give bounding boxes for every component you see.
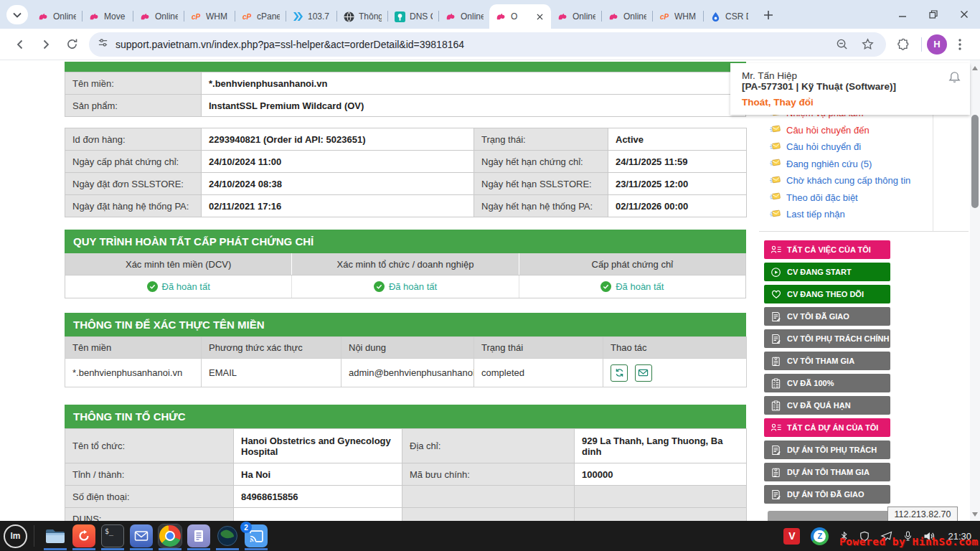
- process-section-title: QUY TRÌNH HOÀN TẤT CẤP PHÁT CHỨNG CHỈ: [65, 230, 746, 253]
- tab-order-detail-active[interactable]: O: [489, 4, 551, 29]
- field-value: Ha Noi: [234, 463, 402, 486]
- taskbar-file-manager[interactable]: [41, 521, 70, 551]
- taskbar-chrome[interactable]: [156, 521, 184, 551]
- menu-item-questions-out[interactable]: Câu hỏi chuyển đi: [770, 138, 932, 156]
- button-cv-toi-da-giao[interactable]: CV TÔI ĐÃ GIAO: [764, 307, 890, 326]
- button-du-an-toi-phu-trach[interactable]: DỰ ÁN TÔI PHỤ TRÁCH: [764, 441, 890, 459]
- tab-online-2[interactable]: Online: [133, 4, 184, 29]
- new-tab-button[interactable]: [758, 5, 778, 25]
- notification-bell-icon[interactable]: [948, 70, 961, 86]
- menu-item-last-received[interactable]: Last tiếp nhận: [770, 206, 932, 223]
- taskbar-cast-app[interactable]: 2: [242, 521, 270, 551]
- logout-link[interactable]: Thoát: [742, 97, 768, 108]
- dcv-table: Tên miền Phương thức xác thực Nội dung T…: [65, 336, 747, 387]
- tray-v-app-icon[interactable]: V: [783, 528, 800, 545]
- tab-search-button[interactable]: [6, 5, 28, 24]
- site-info-icon[interactable]: [98, 37, 108, 51]
- table-row: Ngày cấp phát chứng chỉ: 24/10/2024 11:0…: [65, 151, 747, 173]
- sidebar-divider: [759, 231, 969, 232]
- field-label: Địa chỉ:: [402, 429, 575, 463]
- window-restore-icon[interactable]: [928, 9, 939, 20]
- pavietnam-favicon: [608, 11, 619, 22]
- button-cv-toi-phu-trach-chinh[interactable]: CV TÔI PHỤ TRÁCH CHÍNH: [764, 329, 890, 348]
- button-cv-dang-start[interactable]: CV ĐANG START: [764, 263, 890, 281]
- table-row: Số điện thoại: 84968615856: [65, 486, 747, 508]
- taskbar-backup-app[interactable]: [70, 521, 98, 551]
- taskbar-web-globe[interactable]: [213, 521, 242, 551]
- forward-icon[interactable]: [34, 33, 57, 56]
- sidebar-button-label: DỰ ÁN TÔI THAM GIA: [787, 468, 870, 476]
- order-detail-main: Tên miền: *.benhvienphusanhanoi.vn Sản p…: [65, 62, 746, 521]
- menu-item-waiting-customer[interactable]: Chờ khách cung cấp thông tin: [770, 172, 932, 189]
- tab-online-5[interactable]: Online: [602, 4, 652, 29]
- window-controls: [897, 0, 980, 29]
- tab-thong[interactable]: Thông: [337, 4, 387, 29]
- tab-cpanel[interactable]: cP cPane: [235, 4, 286, 29]
- column-header: Tên miền: [65, 337, 202, 359]
- resend-email-icon[interactable]: [635, 364, 652, 382]
- tab-online-3[interactable]: Online: [439, 4, 489, 29]
- button-du-an-toi-tham-gia[interactable]: DỰ ÁN TÔI THAM GIA: [764, 463, 890, 481]
- button-all-my-projects[interactable]: TẤT CẢ DỰ ÁN CỦA TÔI: [764, 418, 890, 437]
- tab-online-4[interactable]: Online: [551, 4, 601, 29]
- field-label: Ngày hết hạn chứng chỉ:: [474, 151, 608, 173]
- browser-menu-icon[interactable]: [948, 33, 971, 56]
- tab-dns[interactable]: DNS C: [388, 4, 438, 29]
- scroll-up-icon[interactable]: [972, 66, 978, 70]
- tab-103[interactable]: 103.7: [286, 4, 336, 29]
- button-all-my-work[interactable]: TẤT CẢ VIỆC CỦA TÔI: [764, 240, 890, 259]
- extensions-icon[interactable]: [892, 33, 915, 56]
- menu-item-researching[interactable]: Đang nghiên cứu (5): [770, 156, 932, 173]
- chrome-icon: [159, 524, 182, 547]
- button-cv-toi-tham-gia[interactable]: CV TÔI THAM GIA: [764, 352, 890, 370]
- table-row: Id đơn hàng: 2293940821 (Order id API: 5…: [65, 128, 747, 151]
- process-step-header: Cấp phát chứng chỉ: [519, 253, 745, 275]
- reload-icon[interactable]: [60, 33, 83, 56]
- taskbar-mail[interactable]: [127, 521, 156, 551]
- tab-close-icon[interactable]: [534, 11, 545, 22]
- tab-csr[interactable]: CSR D: [704, 4, 754, 29]
- address-bar[interactable]: support.pavietnam.vn/index.php?pa=ssl-he…: [89, 32, 886, 57]
- tab-move[interactable]: Move: [83, 4, 133, 29]
- heart-icon: [770, 288, 782, 301]
- page-scrollbar[interactable]: [970, 60, 980, 521]
- browser-toolbar: support.pavietnam.vn/index.php?pa=ssl-he…: [0, 29, 980, 60]
- scrollbar-thumb[interactable]: [971, 115, 979, 208]
- process-step-header: Xác minh tên miền (DCV): [65, 253, 291, 275]
- taskbar-text-editor[interactable]: [184, 521, 213, 551]
- button-cv-da-qua-han[interactable]: CV ĐÃ QUÁ HẠN: [764, 396, 890, 415]
- cpanel-favicon: cP: [241, 11, 253, 22]
- button-cv-dang-theo-doi[interactable]: CV ĐANG THEO DÕI: [764, 285, 890, 303]
- scroll-down-icon[interactable]: [972, 512, 978, 517]
- tab-whm-2[interactable]: cP WHM: [653, 4, 703, 29]
- tab-whm-1[interactable]: cP WHM: [184, 4, 235, 29]
- field-value: 02/11/2021 17:16: [202, 195, 474, 217]
- empty-cell: [575, 508, 747, 522]
- field-value: 84968615856: [234, 486, 402, 508]
- change-user-link[interactable]: Thay đổi: [773, 97, 814, 108]
- field-value: InstantSSL Premium Wildcard (OV): [202, 95, 746, 117]
- menu-item-label: Câu hỏi chuyển đến: [786, 125, 870, 136]
- window-minimize-icon[interactable]: [897, 9, 908, 20]
- menu-item-special-follow[interactable]: Theo dõi đặc biệt: [770, 189, 932, 207]
- tab-online-1[interactable]: Online: [32, 4, 82, 29]
- profile-avatar[interactable]: H: [927, 34, 947, 55]
- mint-menu-button[interactable]: lm: [4, 524, 27, 548]
- field-value: 02/11/2026 00:00: [608, 195, 747, 217]
- url-text[interactable]: support.pavietnam.vn/index.php?pa=ssl-he…: [116, 39, 829, 50]
- button-du-an-toi-da-giao[interactable]: DỰ ÁN TÔI ĐÃ GIAO: [764, 485, 890, 504]
- pavietnam-favicon: [445, 11, 456, 22]
- menu-item-questions-in[interactable]: Câu hỏi chuyển đến: [770, 122, 932, 139]
- cpanel-favicon: cP: [659, 11, 670, 22]
- taskbar-terminal[interactable]: $_: [98, 521, 127, 551]
- field-label: Sản phẩm:: [65, 95, 202, 117]
- sidebar-button-label: TẤT CẢ VIỆC CỦA TÔI: [787, 245, 871, 254]
- recheck-icon[interactable]: [611, 364, 628, 382]
- bookmark-star-icon[interactable]: [856, 33, 879, 56]
- zoom-out-icon[interactable]: [830, 33, 853, 56]
- button-cv-da-100[interactable]: CV ĐÃ 100%: [764, 374, 890, 392]
- process-step-status: Đã hoàn tất: [291, 276, 518, 298]
- tray-zalo-icon[interactable]: Z: [811, 527, 829, 545]
- window-close-icon[interactable]: [958, 9, 970, 20]
- back-icon[interactable]: [9, 33, 32, 56]
